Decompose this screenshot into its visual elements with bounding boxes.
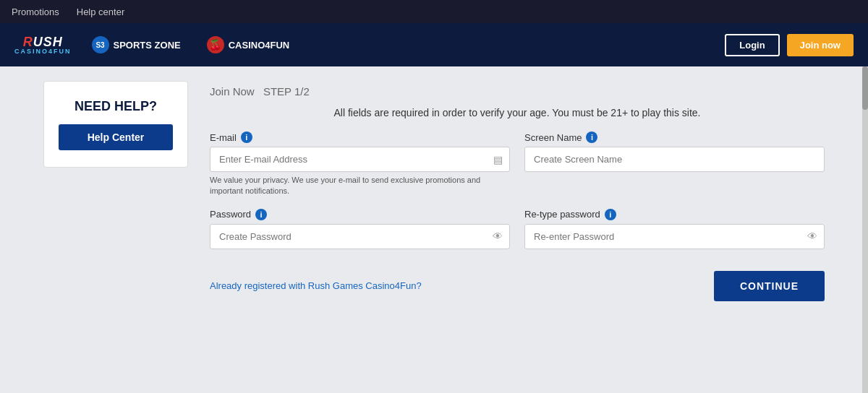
already-registered-link[interactable]: Already registered with Rush Games Casin… [210,280,422,291]
password-input[interactable] [210,224,510,249]
password-field-group: Password i 👁 [210,209,510,249]
rush-casino-logo[interactable]: RUSH CASINO4FUN [14,35,72,55]
step-indicator: STEP 1/2 [263,85,310,98]
required-notice: All fields are required in order to veri… [210,107,825,118]
retype-password-info-icon[interactable]: i [605,209,616,220]
email-input-wrapper: ▤ [210,147,510,172]
password-input-wrapper: 👁 [210,224,510,249]
sidebar-item-casino4fun[interactable]: 🍒 CASINO4FUN [201,33,296,56]
password-info-icon[interactable]: i [255,209,267,220]
sidebar-item-sports-zone[interactable]: S3 SPORTS ZONE [86,33,187,56]
screen-name-label: Screen Name i [524,131,825,143]
password-label: Password i [210,209,510,220]
rush-text: RUSH [23,35,63,48]
need-help-text: NEED HELP? [75,99,157,114]
header-right: Login Join now [725,34,854,56]
scrollbar-thumb[interactable] [862,66,868,110]
screen-name-info-icon[interactable]: i [586,131,597,143]
screen-name-field-group: Screen Name i [524,131,825,197]
field-row-1: E-mail i ▤ We value your privacy. We use… [210,131,825,197]
main-header: RUSH CASINO4FUN S3 SPORTS ZONE 🍒 CASINO4… [0,23,868,66]
email-info-icon[interactable]: i [241,131,252,143]
help-center-link[interactable]: Help center [77,7,124,17]
email-icon: ▤ [493,154,503,165]
header-left: RUSH CASINO4FUN S3 SPORTS ZONE 🍒 CASINO4… [14,33,295,56]
password-toggle-icon[interactable]: 👁 [493,230,503,242]
top-navigation: Promotions Help center [0,0,868,23]
login-button[interactable]: Login [725,34,779,56]
sports-zone-icon: S3 [92,36,109,53]
form-bottom: Already registered with Rush Games Casin… [210,271,825,301]
registration-form: Join Now STEP 1/2 All fields are require… [210,81,825,379]
retype-password-toggle-icon[interactable]: 👁 [807,230,817,242]
page-title: Join Now STEP 1/2 [210,81,825,100]
retype-password-input[interactable] [524,224,825,249]
rush-r: R [23,35,33,49]
continue-button[interactable]: CONTINUE [714,271,825,301]
screen-name-input[interactable] [524,147,825,172]
email-input[interactable] [210,147,510,172]
sports-zone-label: SPORTS ZONE [114,40,181,51]
casino4fun-label: CASINO4FUN [229,40,290,51]
privacy-note: We value your privacy. We use your e-mai… [210,175,510,197]
main-content: NEED HELP? Help Center Join Now STEP 1/2… [0,66,868,393]
screen-name-input-wrapper [524,147,825,172]
join-button[interactable]: Join now [787,34,854,56]
casino4fun-icon: 🍒 [207,36,224,53]
email-label: E-mail i [210,131,510,143]
retype-password-field-group: Re-type password i 👁 [524,209,825,249]
retype-password-input-wrapper: 👁 [524,224,825,249]
promotions-link[interactable]: Promotions [12,7,59,17]
field-row-2: Password i 👁 Re-type password i 👁 [210,209,825,249]
scrollbar[interactable] [862,66,868,393]
help-center-button[interactable]: Help Center [59,124,173,150]
retype-password-label: Re-type password i [524,209,825,220]
help-sidebar: NEED HELP? Help Center [43,81,188,168]
email-field-group: E-mail i ▤ We value your privacy. We use… [210,131,510,197]
casino-fun-text: CASINO4FUN [14,48,72,55]
